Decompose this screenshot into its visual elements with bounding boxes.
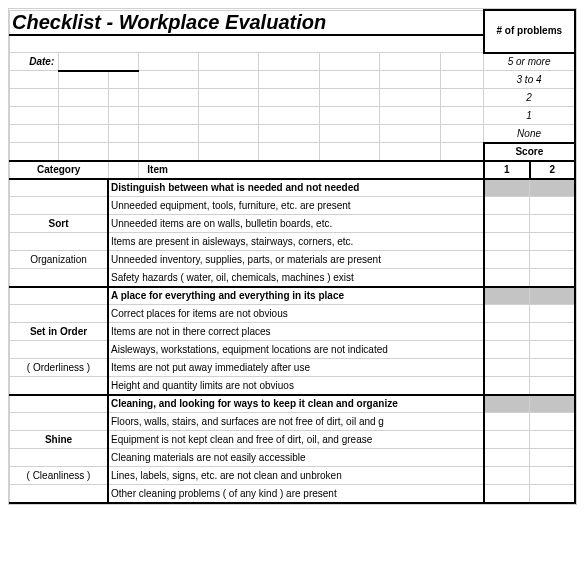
score-cell[interactable]	[530, 449, 575, 467]
score-cell[interactable]	[484, 359, 530, 377]
col-score1: 1	[484, 161, 530, 179]
item-cell: Unneeded items are on walls, bulletin bo…	[108, 215, 484, 233]
category-main-0: Sort	[10, 215, 109, 233]
score-cell[interactable]	[484, 341, 530, 359]
problems-header: # of problems	[484, 10, 575, 53]
evaluation-table: Checklist - Workplace Evaluation # of pr…	[9, 9, 576, 504]
score-cell[interactable]	[484, 413, 530, 431]
score-cell[interactable]	[484, 251, 530, 269]
score-cell[interactable]	[484, 485, 530, 503]
section-heading-2: Cleaning, and looking for ways to keep i…	[108, 395, 484, 413]
score-cell[interactable]	[484, 305, 530, 323]
score-cell[interactable]	[530, 251, 575, 269]
item-cell: Items are not put away immediately after…	[108, 359, 484, 377]
date-input[interactable]	[59, 53, 139, 71]
item-cell: Aisleways, workstations, equipment locat…	[108, 341, 484, 359]
category-main-1: Set in Order	[10, 323, 109, 341]
category-sub-1: ( Orderliness )	[10, 359, 109, 377]
item-cell: Items are not in there correct places	[108, 323, 484, 341]
item-cell: Equipment is not kept clean and free of …	[108, 431, 484, 449]
item-cell: Items are present in aisleways, stairway…	[108, 233, 484, 251]
score-cell[interactable]	[530, 323, 575, 341]
score-cell[interactable]	[530, 179, 575, 197]
score-cell[interactable]	[484, 215, 530, 233]
category-sub-2: ( Cleanliness )	[10, 467, 109, 485]
score-cell[interactable]	[530, 485, 575, 503]
score-cell[interactable]	[530, 359, 575, 377]
score-cell[interactable]	[530, 377, 575, 395]
score-cell[interactable]	[530, 341, 575, 359]
problems-level-0: 5 or more	[484, 53, 575, 71]
col-category: Category	[10, 161, 109, 179]
score-cell[interactable]	[530, 431, 575, 449]
score-cell[interactable]	[530, 305, 575, 323]
item-cell: Floors, walls, stairs, and surfaces are …	[108, 413, 484, 431]
score-label: Score	[484, 143, 575, 161]
score-cell[interactable]	[484, 179, 530, 197]
category-main-2: Shine	[10, 431, 109, 449]
score-cell[interactable]	[530, 197, 575, 215]
score-cell[interactable]	[530, 467, 575, 485]
section-heading-0: Distinguish between what is needed and n…	[108, 179, 484, 197]
score-cell[interactable]	[484, 233, 530, 251]
col-spacer	[108, 161, 139, 179]
score-cell[interactable]	[484, 377, 530, 395]
item-cell: Correct places for items are not obvious	[108, 305, 484, 323]
item-cell: Other cleaning problems ( of any kind ) …	[108, 485, 484, 503]
item-cell: Safety hazards ( water, oil, chemicals, …	[108, 269, 484, 287]
date-label: Date:	[10, 53, 59, 71]
spreadsheet-wrap: Checklist - Workplace Evaluation # of pr…	[8, 8, 577, 505]
item-cell: Height and quantity limits are not obviu…	[108, 377, 484, 395]
col-score2: 2	[530, 161, 575, 179]
score-cell[interactable]	[484, 287, 530, 305]
problems-level-2: 2	[484, 89, 575, 107]
score-cell[interactable]	[484, 449, 530, 467]
problems-level-3: 1	[484, 107, 575, 125]
page-title: Checklist - Workplace Evaluation	[10, 10, 484, 35]
spacer	[10, 35, 484, 53]
section-heading-1: A place for everything and everything in…	[108, 287, 484, 305]
problems-level-4: None	[484, 125, 575, 143]
score-cell[interactable]	[530, 269, 575, 287]
score-cell[interactable]	[484, 323, 530, 341]
item-cell: Unneeded equipment, tools, furniture, et…	[108, 197, 484, 215]
score-cell[interactable]	[484, 431, 530, 449]
col-item: Item	[139, 161, 484, 179]
score-cell[interactable]	[530, 395, 575, 413]
problems-level-1: 3 to 4	[484, 71, 575, 89]
score-cell[interactable]	[530, 215, 575, 233]
score-cell[interactable]	[484, 269, 530, 287]
score-cell[interactable]	[530, 233, 575, 251]
score-cell[interactable]	[484, 467, 530, 485]
item-cell: Unneeded inventory, supplies, parts, or …	[108, 251, 484, 269]
score-cell[interactable]	[484, 197, 530, 215]
category-sub-0: Organization	[10, 251, 109, 269]
score-cell[interactable]	[530, 413, 575, 431]
item-cell: Cleaning materials are not easily access…	[108, 449, 484, 467]
score-cell[interactable]	[484, 395, 530, 413]
item-cell: Lines, labels, signs, etc. are not clean…	[108, 467, 484, 485]
score-cell[interactable]	[530, 287, 575, 305]
